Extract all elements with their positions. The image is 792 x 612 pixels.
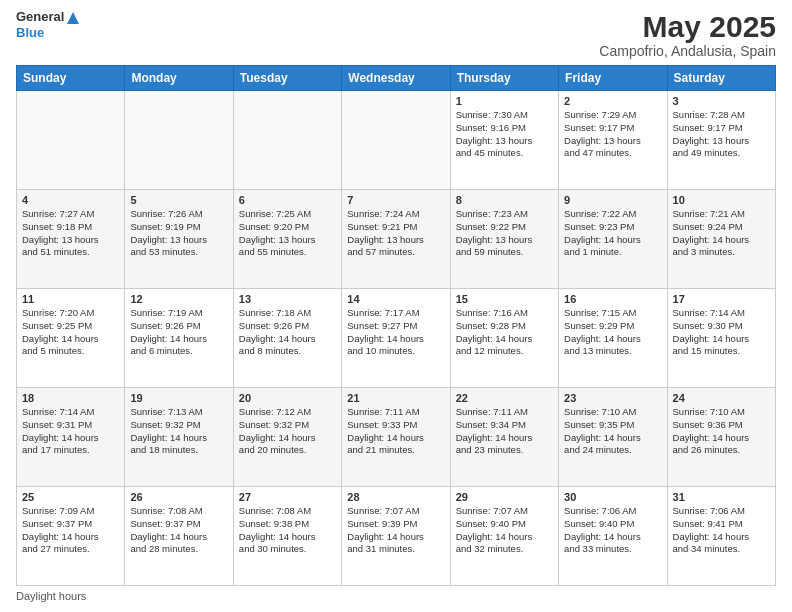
calendar-cell: 14Sunrise: 7:17 AM Sunset: 9:27 PM Dayli…	[342, 289, 450, 388]
week-row-5: 25Sunrise: 7:09 AM Sunset: 9:37 PM Dayli…	[17, 487, 776, 586]
day-info: Sunrise: 7:20 AM Sunset: 9:25 PM Dayligh…	[22, 307, 119, 358]
header-day-monday: Monday	[125, 66, 233, 91]
day-info: Sunrise: 7:07 AM Sunset: 9:40 PM Dayligh…	[456, 505, 553, 556]
day-number: 20	[239, 392, 336, 404]
day-number: 25	[22, 491, 119, 503]
day-number: 19	[130, 392, 227, 404]
calendar-body: 1Sunrise: 7:30 AM Sunset: 9:16 PM Daylig…	[17, 91, 776, 586]
day-number: 21	[347, 392, 444, 404]
day-number: 23	[564, 392, 661, 404]
day-number: 9	[564, 194, 661, 206]
day-number: 10	[673, 194, 770, 206]
day-info: Sunrise: 7:29 AM Sunset: 9:17 PM Dayligh…	[564, 109, 661, 160]
day-info: Sunrise: 7:08 AM Sunset: 9:38 PM Dayligh…	[239, 505, 336, 556]
header-day-friday: Friday	[559, 66, 667, 91]
calendar-cell: 24Sunrise: 7:10 AM Sunset: 9:36 PM Dayli…	[667, 388, 775, 487]
logo-blue: Blue	[16, 26, 81, 40]
calendar-cell: 20Sunrise: 7:12 AM Sunset: 9:32 PM Dayli…	[233, 388, 341, 487]
logo-icon	[65, 10, 81, 26]
day-number: 3	[673, 95, 770, 107]
week-row-3: 11Sunrise: 7:20 AM Sunset: 9:25 PM Dayli…	[17, 289, 776, 388]
day-info: Sunrise: 7:08 AM Sunset: 9:37 PM Dayligh…	[130, 505, 227, 556]
calendar-cell: 13Sunrise: 7:18 AM Sunset: 9:26 PM Dayli…	[233, 289, 341, 388]
day-info: Sunrise: 7:25 AM Sunset: 9:20 PM Dayligh…	[239, 208, 336, 259]
day-info: Sunrise: 7:16 AM Sunset: 9:28 PM Dayligh…	[456, 307, 553, 358]
logo: General Blue	[16, 10, 81, 40]
day-info: Sunrise: 7:06 AM Sunset: 9:41 PM Dayligh…	[673, 505, 770, 556]
day-number: 4	[22, 194, 119, 206]
day-number: 13	[239, 293, 336, 305]
header-row: SundayMondayTuesdayWednesdayThursdayFrid…	[17, 66, 776, 91]
calendar-cell: 23Sunrise: 7:10 AM Sunset: 9:35 PM Dayli…	[559, 388, 667, 487]
calendar-cell: 2Sunrise: 7:29 AM Sunset: 9:17 PM Daylig…	[559, 91, 667, 190]
day-number: 28	[347, 491, 444, 503]
calendar-cell: 7Sunrise: 7:24 AM Sunset: 9:21 PM Daylig…	[342, 190, 450, 289]
calendar-cell: 25Sunrise: 7:09 AM Sunset: 9:37 PM Dayli…	[17, 487, 125, 586]
day-info: Sunrise: 7:09 AM Sunset: 9:37 PM Dayligh…	[22, 505, 119, 556]
day-info: Sunrise: 7:18 AM Sunset: 9:26 PM Dayligh…	[239, 307, 336, 358]
day-number: 18	[22, 392, 119, 404]
day-info: Sunrise: 7:17 AM Sunset: 9:27 PM Dayligh…	[347, 307, 444, 358]
header-day-wednesday: Wednesday	[342, 66, 450, 91]
calendar-cell: 27Sunrise: 7:08 AM Sunset: 9:38 PM Dayli…	[233, 487, 341, 586]
calendar-cell	[233, 91, 341, 190]
day-info: Sunrise: 7:14 AM Sunset: 9:31 PM Dayligh…	[22, 406, 119, 457]
calendar-cell: 3Sunrise: 7:28 AM Sunset: 9:17 PM Daylig…	[667, 91, 775, 190]
calendar-cell	[17, 91, 125, 190]
week-row-4: 18Sunrise: 7:14 AM Sunset: 9:31 PM Dayli…	[17, 388, 776, 487]
subtitle: Campofrio, Andalusia, Spain	[599, 43, 776, 59]
footer-note: Daylight hours	[16, 590, 776, 602]
calendar-cell: 6Sunrise: 7:25 AM Sunset: 9:20 PM Daylig…	[233, 190, 341, 289]
week-row-2: 4Sunrise: 7:27 AM Sunset: 9:18 PM Daylig…	[17, 190, 776, 289]
day-number: 14	[347, 293, 444, 305]
day-number: 16	[564, 293, 661, 305]
day-number: 11	[22, 293, 119, 305]
day-number: 22	[456, 392, 553, 404]
day-info: Sunrise: 7:26 AM Sunset: 9:19 PM Dayligh…	[130, 208, 227, 259]
day-number: 31	[673, 491, 770, 503]
day-number: 30	[564, 491, 661, 503]
day-info: Sunrise: 7:19 AM Sunset: 9:26 PM Dayligh…	[130, 307, 227, 358]
calendar-cell: 22Sunrise: 7:11 AM Sunset: 9:34 PM Dayli…	[450, 388, 558, 487]
calendar-cell: 10Sunrise: 7:21 AM Sunset: 9:24 PM Dayli…	[667, 190, 775, 289]
day-info: Sunrise: 7:12 AM Sunset: 9:32 PM Dayligh…	[239, 406, 336, 457]
calendar-cell: 8Sunrise: 7:23 AM Sunset: 9:22 PM Daylig…	[450, 190, 558, 289]
calendar-cell: 4Sunrise: 7:27 AM Sunset: 9:18 PM Daylig…	[17, 190, 125, 289]
calendar-cell	[125, 91, 233, 190]
day-number: 6	[239, 194, 336, 206]
day-number: 29	[456, 491, 553, 503]
calendar-cell: 28Sunrise: 7:07 AM Sunset: 9:39 PM Dayli…	[342, 487, 450, 586]
calendar-cell: 1Sunrise: 7:30 AM Sunset: 9:16 PM Daylig…	[450, 91, 558, 190]
calendar-cell: 29Sunrise: 7:07 AM Sunset: 9:40 PM Dayli…	[450, 487, 558, 586]
calendar-cell: 15Sunrise: 7:16 AM Sunset: 9:28 PM Dayli…	[450, 289, 558, 388]
day-number: 5	[130, 194, 227, 206]
calendar-cell	[342, 91, 450, 190]
day-number: 12	[130, 293, 227, 305]
day-number: 26	[130, 491, 227, 503]
day-info: Sunrise: 7:10 AM Sunset: 9:36 PM Dayligh…	[673, 406, 770, 457]
calendar-cell: 9Sunrise: 7:22 AM Sunset: 9:23 PM Daylig…	[559, 190, 667, 289]
title-block: May 2025 Campofrio, Andalusia, Spain	[599, 10, 776, 59]
week-row-1: 1Sunrise: 7:30 AM Sunset: 9:16 PM Daylig…	[17, 91, 776, 190]
day-number: 1	[456, 95, 553, 107]
calendar-cell: 17Sunrise: 7:14 AM Sunset: 9:30 PM Dayli…	[667, 289, 775, 388]
calendar-cell: 19Sunrise: 7:13 AM Sunset: 9:32 PM Dayli…	[125, 388, 233, 487]
day-info: Sunrise: 7:10 AM Sunset: 9:35 PM Dayligh…	[564, 406, 661, 457]
day-info: Sunrise: 7:24 AM Sunset: 9:21 PM Dayligh…	[347, 208, 444, 259]
day-info: Sunrise: 7:27 AM Sunset: 9:18 PM Dayligh…	[22, 208, 119, 259]
calendar-cell: 18Sunrise: 7:14 AM Sunset: 9:31 PM Dayli…	[17, 388, 125, 487]
day-info: Sunrise: 7:11 AM Sunset: 9:33 PM Dayligh…	[347, 406, 444, 457]
calendar-cell: 11Sunrise: 7:20 AM Sunset: 9:25 PM Dayli…	[17, 289, 125, 388]
header: General Blue May 2025 Campofrio, Andalus…	[16, 10, 776, 59]
day-number: 15	[456, 293, 553, 305]
day-info: Sunrise: 7:21 AM Sunset: 9:24 PM Dayligh…	[673, 208, 770, 259]
page: General Blue May 2025 Campofrio, Andalus…	[0, 0, 792, 612]
day-number: 2	[564, 95, 661, 107]
svg-marker-0	[67, 12, 79, 24]
day-number: 8	[456, 194, 553, 206]
header-day-tuesday: Tuesday	[233, 66, 341, 91]
day-info: Sunrise: 7:23 AM Sunset: 9:22 PM Dayligh…	[456, 208, 553, 259]
main-title: May 2025	[599, 10, 776, 43]
day-info: Sunrise: 7:06 AM Sunset: 9:40 PM Dayligh…	[564, 505, 661, 556]
day-number: 24	[673, 392, 770, 404]
